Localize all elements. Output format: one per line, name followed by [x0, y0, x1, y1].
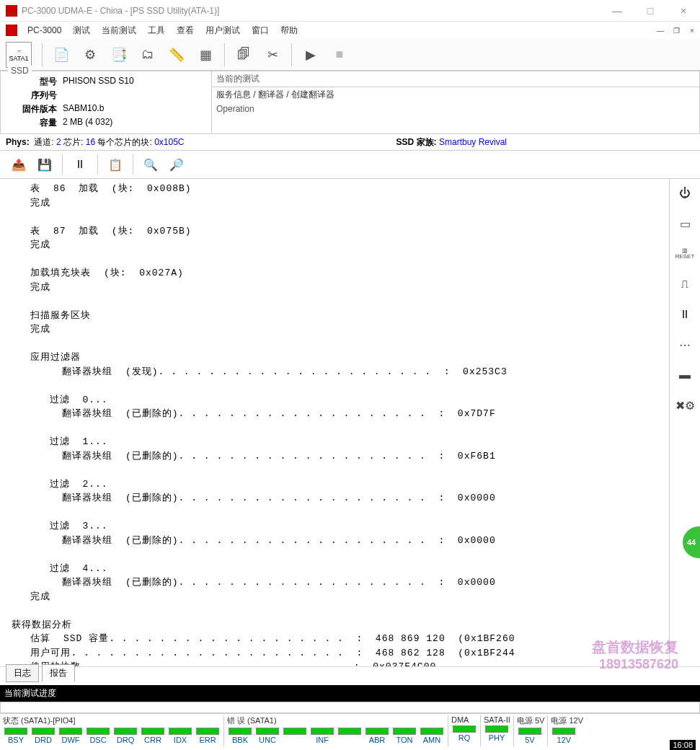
- phys-blocks: 0x105C: [154, 137, 184, 147]
- status-group-dma: DMA RQ: [448, 714, 480, 748]
- menu-user-test[interactable]: 用户测试: [200, 25, 246, 37]
- sub-toolbar: 📤 💾 ⏸ 📋 🔍 🔎: [0, 150, 700, 179]
- phys-bar: Phys: 通道: 2 芯片: 16 每个芯片的块: 0x105C SSD 家族…: [0, 134, 700, 150]
- led-box: [420, 728, 443, 735]
- tb-icon-4[interactable]: 🗂: [136, 43, 159, 66]
- led-AMN: AMN: [419, 728, 445, 744]
- tab-report[interactable]: 报告: [42, 664, 75, 682]
- settings-icon[interactable]: ✖⚙: [675, 395, 695, 415]
- status-group-error: 错 误 (SATA1) BBKUNCINFABRTONAMN: [224, 714, 448, 748]
- phys-chip: 16: [86, 137, 95, 147]
- mdi-restore-button[interactable]: ❐: [669, 24, 683, 37]
- led-box: [169, 728, 192, 735]
- progress-bar: [0, 702, 700, 713]
- led-DRD: DRD: [30, 728, 56, 744]
- tb-icon-6[interactable]: ▦: [194, 43, 217, 66]
- led-label: UNC: [259, 736, 276, 744]
- model-label: 型号: [6, 76, 57, 88]
- led-5V: 5V: [517, 728, 543, 744]
- menu-help[interactable]: 帮助: [275, 25, 304, 37]
- port-tab-sata1[interactable]: ⎓ SATA1: [6, 42, 32, 68]
- close-button[interactable]: ×: [667, 0, 700, 22]
- save-icon[interactable]: 💾: [35, 154, 55, 175]
- toolbar-separator: [62, 154, 63, 175]
- phys-blocks-label: 每个芯片的块:: [97, 136, 151, 149]
- pwr5-title: 电源 5V: [517, 715, 545, 726]
- model-value: PHISON SSD S10: [63, 76, 134, 88]
- toolbar-separator: [291, 43, 292, 66]
- tb-icon-3[interactable]: 📑: [107, 43, 130, 66]
- menu-test[interactable]: 测试: [67, 25, 96, 37]
- export-icon[interactable]: 📤: [9, 154, 29, 175]
- tb-icon-8[interactable]: ✂: [261, 43, 284, 66]
- menu-app[interactable]: PC-3000: [22, 25, 67, 35]
- status-group-5v: 电源 5V 5V: [514, 714, 548, 748]
- dots-icon[interactable]: ⋯: [675, 335, 695, 355]
- led-box: [338, 728, 361, 735]
- tab-log[interactable]: 日志: [6, 664, 39, 682]
- status-group-12v: 电源 12V 12V: [548, 714, 586, 748]
- led-box: [59, 728, 82, 735]
- right-panel: 当前的测试 服务信息 / 翻译器 / 创建翻译器 Operation: [212, 71, 700, 134]
- menu-window[interactable]: 窗口: [246, 25, 275, 37]
- find-icon[interactable]: 🔍: [141, 154, 161, 175]
- led-label: 12V: [557, 736, 572, 744]
- error-title: 错 误 (SATA1): [227, 715, 445, 726]
- tb-icon-2[interactable]: ⚙: [79, 43, 102, 66]
- fw-value: SABM10.b: [63, 103, 104, 115]
- mdi-close-button[interactable]: ×: [685, 24, 699, 37]
- tb-icon-5[interactable]: 📏: [165, 43, 188, 66]
- led-box: [453, 725, 476, 733]
- pause-icon[interactable]: ⏸: [70, 154, 90, 175]
- led-label: DWF: [61, 736, 79, 744]
- pause-side-icon[interactable]: ⏸: [675, 304, 695, 325]
- led-label: 5V: [525, 736, 534, 744]
- led-blank: [337, 728, 363, 744]
- ssd-panel: SSD 型号PHISON SSD S10 序列号 固件版本SABM10.b 容量…: [0, 71, 212, 134]
- chip-icon[interactable]: ▭: [675, 213, 695, 234]
- info-row: SSD 型号PHISON SSD S10 序列号 固件版本SABM10.b 容量…: [0, 71, 700, 134]
- find-next-icon[interactable]: 🔎: [167, 154, 187, 175]
- tb-icon-1[interactable]: 📄: [50, 43, 73, 66]
- led-label: DSC: [89, 736, 106, 744]
- led-label: BBK: [232, 736, 248, 744]
- minimize-button[interactable]: —: [601, 0, 634, 22]
- led-label: AMN: [423, 736, 440, 744]
- ssd-group-label: SSD: [8, 66, 32, 76]
- play-button[interactable]: ▶: [299, 43, 322, 66]
- led-label: ERR: [199, 736, 216, 744]
- led-label: INF: [316, 736, 329, 744]
- led-ABR: ABR: [364, 728, 390, 744]
- menu-view[interactable]: 查看: [171, 25, 200, 37]
- toolbar-separator: [224, 43, 225, 66]
- right-toolbar: ⏻ ▭ ▥RESET ⎍ ⏸ ⋯ ▬ ✖⚙: [670, 179, 700, 666]
- mdi-minimize-button[interactable]: —: [653, 24, 668, 37]
- status-title: 状态 (SATA1)-[PIO4]: [3, 715, 221, 726]
- menu-current-test[interactable]: 当前测试: [96, 25, 142, 37]
- led-ERR: ERR: [195, 728, 221, 744]
- reset-icon[interactable]: ▥RESET: [675, 244, 695, 264]
- led-label: DRD: [35, 736, 52, 744]
- led-box: [311, 728, 334, 735]
- status-group-sata2: SATA-II PHY: [481, 714, 513, 748]
- led-RQ: RQ: [451, 725, 477, 742]
- tb-icon-7[interactable]: 🗐: [232, 43, 255, 66]
- fw-label: 固件版本: [6, 103, 57, 115]
- progress-label: 当前测试进度: [0, 685, 700, 702]
- led-DRQ: DRQ: [112, 728, 138, 744]
- window-title: PC-3000 UDMA-E - China - [PS SSD Utility…: [22, 6, 601, 16]
- log-output[interactable]: 表 86 加载 (块: 0x008B) 完成 表 87 加载 (块: 0x075…: [0, 179, 670, 666]
- menu-tools[interactable]: 工具: [142, 25, 171, 37]
- dma-title: DMA: [451, 715, 477, 724]
- led-PHY: PHY: [484, 725, 510, 742]
- led-box: [393, 728, 416, 735]
- connector-icon[interactable]: ⎍: [675, 274, 695, 294]
- operation-label: Operation: [212, 102, 699, 133]
- power-icon[interactable]: ⏻: [675, 183, 695, 203]
- copy-icon[interactable]: 📋: [105, 154, 125, 175]
- module-icon[interactable]: ▬: [675, 365, 695, 385]
- stop-button[interactable]: ■: [328, 43, 351, 66]
- maximize-button[interactable]: □: [634, 0, 667, 22]
- led-IDX: IDX: [167, 728, 193, 744]
- phys-ch-label: 通道:: [34, 136, 53, 149]
